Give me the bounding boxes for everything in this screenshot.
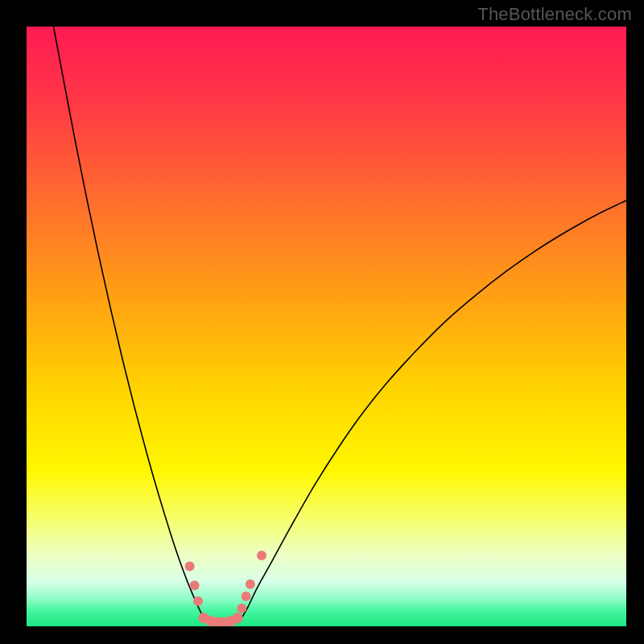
marker-dot	[257, 551, 266, 560]
marker-dot	[246, 580, 255, 589]
marker-dot	[233, 613, 243, 623]
marker-dot	[237, 604, 246, 613]
plot-area	[27, 27, 626, 626]
marker-dot	[193, 597, 203, 606]
chart-frame: TheBottleneck.com	[0, 0, 644, 644]
watermark-label: TheBottleneck.com	[477, 4, 632, 25]
chart-svg	[27, 27, 626, 626]
marker-dot	[190, 580, 200, 590]
gradient-background	[27, 27, 626, 626]
marker-dot	[242, 592, 251, 601]
marker-dot	[185, 562, 195, 572]
